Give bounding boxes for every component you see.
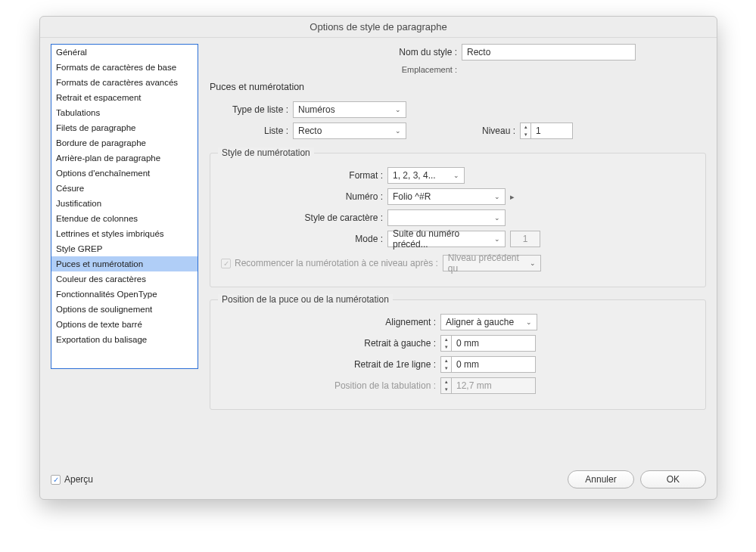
sidebar-item-grep-style[interactable]: Style GREP <box>51 241 198 256</box>
preview-checkbox[interactable] <box>51 475 61 485</box>
location-label: Emplacement : <box>280 65 462 74</box>
tab-position-stepper: ▴▾ <box>440 377 536 394</box>
list-value: Recto <box>298 126 322 136</box>
chevron-down-icon: ⌄ <box>395 106 401 113</box>
sidebar-item-tabs[interactable]: Tabulations <box>51 105 198 120</box>
chevron-down-icon: ⌄ <box>494 193 500 200</box>
format-select[interactable]: 1, 2, 3, 4... ⌄ <box>387 167 465 184</box>
mode-value: Suite du numéro précéd... <box>393 228 490 250</box>
position-legend: Position de la puce ou de la numérotatio… <box>218 294 393 305</box>
chevron-down-icon: ⌄ <box>494 235 500 243</box>
sidebar-item-hyphenation[interactable]: Césure <box>51 181 198 196</box>
first-line-indent-stepper[interactable]: ▴▾ <box>440 356 536 373</box>
dialog-footer: Aperçu Annuler OK <box>51 470 706 488</box>
sidebar-item-tagging[interactable]: Exportation du balisage <box>51 332 198 347</box>
sidebar-item-indents-spacing[interactable]: Retrait et espacement <box>51 90 198 105</box>
chevron-down-icon: ⌄ <box>530 259 536 267</box>
sidebar-item-underline[interactable]: Options de soulignement <box>51 302 198 317</box>
arrow-down-icon[interactable]: ▾ <box>521 131 530 138</box>
level-stepper[interactable]: ▴▾ <box>520 122 573 139</box>
restart-level-select: Niveau précédent qu ⌄ <box>443 255 541 271</box>
sidebar-item-opentype[interactable]: Fonctionnalités OpenType <box>51 287 198 302</box>
sidebar-item-paragraph-rules[interactable]: Filets de paragraphe <box>51 120 198 135</box>
char-style-label: Style de caractère : <box>221 212 387 223</box>
position-panel: Position de la puce ou de la numérotatio… <box>210 299 706 410</box>
numbering-style-legend: Style de numérotation <box>218 147 314 158</box>
level-input[interactable] <box>530 122 573 139</box>
style-name-input[interactable] <box>462 44 636 60</box>
sidebar-item-paragraph-background[interactable]: Arrière-plan de paragraphe <box>51 150 198 166</box>
chevron-down-icon: ⌄ <box>395 127 401 135</box>
mode-label: Mode : <box>221 234 387 244</box>
mode-select[interactable]: Suite du numéro précéd... ⌄ <box>387 231 506 247</box>
restart-label: Recommencer la numérotation à ce niveau … <box>235 258 438 268</box>
list-type-label: Type de liste : <box>210 104 293 115</box>
dialog-title: Options de style de paragraphe <box>40 17 717 38</box>
arrow-down-icon[interactable]: ▾ <box>441 343 451 351</box>
alignment-label: Alignement : <box>221 317 440 327</box>
format-label: Format : <box>221 170 387 181</box>
chevron-down-icon: ⌄ <box>453 172 459 179</box>
char-style-select[interactable]: ⌄ <box>387 209 506 226</box>
number-select[interactable]: Folio ^#R ⌄ <box>387 188 506 205</box>
dialog-content: Général Formats de caractères de base Fo… <box>51 44 706 461</box>
number-value: Folio ^#R <box>393 191 431 202</box>
arrow-up-icon[interactable]: ▴ <box>521 123 530 131</box>
sidebar-item-basic-char-formats[interactable]: Formats de caractères de base <box>51 60 198 75</box>
style-name-label: Nom du style : <box>280 47 462 57</box>
sidebar-item-char-color[interactable]: Couleur des caractères <box>51 271 198 287</box>
arrow-up-icon: ▴ <box>441 378 451 386</box>
restart-checkbox <box>221 259 231 268</box>
arrow-up-icon[interactable]: ▴ <box>441 357 451 364</box>
chevron-down-icon: ⌄ <box>526 318 532 326</box>
sidebar-item-span-columns[interactable]: Etendue de colonnes <box>51 211 198 226</box>
cancel-button[interactable]: Annuler <box>568 470 633 488</box>
restart-level-value: Niveau précédent qu <box>448 253 525 274</box>
sidebar-item-bullets-numbering[interactable]: Puces et numérotation <box>51 256 198 271</box>
paragraph-style-options-dialog: Options de style de paragraphe Général F… <box>39 16 717 500</box>
list-label: Liste : <box>210 126 293 136</box>
sidebar-item-paragraph-border[interactable]: Bordure de paragraphe <box>51 135 198 150</box>
arrow-up-icon[interactable]: ▴ <box>441 336 451 343</box>
format-value: 1, 2, 3, 4... <box>393 170 436 181</box>
list-type-value: Numéros <box>298 104 335 115</box>
list-type-select[interactable]: Numéros ⌄ <box>293 101 406 118</box>
sidebar-item-general[interactable]: Général <box>51 45 198 60</box>
numbering-style-panel: Style de numérotation Format : 1, 2, 3, … <box>210 153 706 287</box>
number-label: Numéro : <box>221 191 387 202</box>
left-indent-input[interactable] <box>451 335 536 352</box>
arrow-down-icon: ▾ <box>441 386 451 393</box>
first-line-indent-input[interactable] <box>451 356 536 373</box>
tab-position-label: Position de la tabulation : <box>221 380 440 391</box>
sidebar-item-advanced-char-formats[interactable]: Formats de caractères avancés <box>51 75 198 90</box>
left-indent-stepper[interactable]: ▴▾ <box>440 335 536 352</box>
alignment-select[interactable]: Aligner à gauche ⌄ <box>440 314 537 330</box>
list-select[interactable]: Recto ⌄ <box>293 122 406 139</box>
level-label: Niveau : <box>422 126 520 136</box>
tab-position-input <box>451 377 536 394</box>
preview-label: Aperçu <box>64 474 93 485</box>
first-line-indent-label: Retrait de 1re ligne : <box>221 359 440 370</box>
main-panel: Nom du style : Emplacement : Puces et nu… <box>210 44 706 461</box>
left-indent-label: Retrait à gauche : <box>221 338 440 349</box>
sidebar-item-keep-options[interactable]: Options d'enchaînement <box>51 166 198 181</box>
section-title-bullets-numbering: Puces et numérotation <box>210 82 706 92</box>
sidebar-item-dropcaps-nested[interactable]: Lettrines et styles imbriqués <box>51 226 198 241</box>
sidebar-item-strikethrough[interactable]: Options de texte barré <box>51 317 198 332</box>
flyout-icon[interactable]: ▸ <box>510 192 515 202</box>
alignment-value: Aligner à gauche <box>446 317 514 327</box>
sidebar-category-list[interactable]: Général Formats de caractères de base Fo… <box>51 44 198 369</box>
arrow-down-icon[interactable]: ▾ <box>441 364 451 372</box>
mode-start-input <box>510 231 540 247</box>
ok-button[interactable]: OK <box>640 470 706 488</box>
chevron-down-icon: ⌄ <box>494 214 500 222</box>
sidebar-item-justification[interactable]: Justification <box>51 196 198 211</box>
